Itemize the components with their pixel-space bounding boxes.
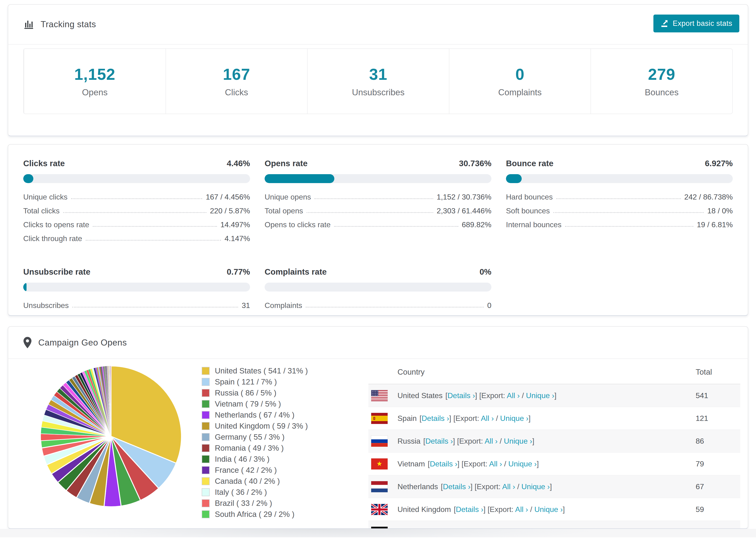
details-link[interactable]: Details › [422,414,449,422]
details-link[interactable]: Details › [430,459,458,468]
rate-row: Total opens 2,303 / 61.446% [265,207,491,215]
legend-label: Russia ( 86 / 5% ) [215,389,276,398]
rates-card: Clicks rate 4.46% Unique clicks 167 / 4.… [8,144,748,316]
country-flag-icon [371,390,388,401]
country-total: 59 [696,505,740,514]
table-row: Russia [Details ›] [Export: All › / Uniq… [368,430,740,453]
export-all-link[interactable]: All › [489,459,502,468]
rate-row: Unsubscribes 31 [23,301,250,309]
progress-bar [23,283,250,292]
progress-bar-fill [506,174,522,183]
bounce-rate-panel: Bounce rate 6.927% Hard bounces 242 / 86… [506,159,733,248]
stat-label: Bounces [645,87,678,97]
rate-row: Hard bounces 242 / 86.738% [506,193,733,201]
country-cell: Russia [Details ›] [Export: All › / Uniq… [368,436,696,447]
country-links: [Details ›] [Export: All › / Unique ›] [454,505,565,514]
legend-item: South Africa ( 29 / 2% ) [202,510,366,519]
dotted-leader [71,198,202,199]
stat-value: 31 [369,65,387,83]
export-all-link[interactable]: All › [485,437,498,445]
export-unique-link[interactable]: Unique › [521,482,550,491]
export-unique-link[interactable]: Unique › [508,459,537,468]
unsubscribe-rate-panel: Unsubscribe rate 0.77% Unsubscribes 31 [23,267,250,315]
dotted-leader [72,307,238,307]
progress-bar [265,174,491,183]
legend-label: United Kingdom ( 59 / 3% ) [215,422,308,430]
country-links: [Details ›] [Export: All › / Unique ›] [423,437,534,446]
rate-row: Unique opens 1,152 / 30.736% [265,193,491,201]
country-name: Netherlands [398,482,438,491]
opens-rate-panel: Opens rate 30.736% Unique opens 1,152 / … [265,159,491,248]
details-link[interactable]: Details › [456,505,483,513]
rate-row: Internal bounces 19 / 6.81% [506,221,733,229]
rate-row: Opens to clicks rate 689.82% [265,221,491,229]
clicks-rate-panel: Clicks rate 4.46% Unique clicks 167 / 4.… [23,159,250,248]
rate-value: 30.736% [459,159,491,168]
export-all-link[interactable]: All › [502,482,515,491]
progress-bar [23,174,250,183]
legend-label: Germany ( 55 / 3% ) [215,433,285,442]
bar-chart-icon [23,19,34,30]
dotted-leader [314,198,433,199]
rate-title: Complaints rate [265,267,327,277]
export-all-link[interactable]: All › [515,505,528,513]
legend-item: Canada ( 40 / 2% ) [202,477,366,486]
geo-opens-card: Campaign Geo Opens United States ( 541 /… [8,326,748,529]
country-cell: Netherlands [Details ›] [Export: All › /… [368,481,696,492]
export-basic-stats-button[interactable]: Export basic stats [653,15,739,32]
rate-title: Clicks rate [23,159,65,168]
rate-title: Opens rate [265,159,307,168]
stat-value: 0 [515,65,524,83]
stat-box: 0 Complaints [449,49,591,114]
country-flag-icon [371,527,388,529]
legend-swatch [202,367,210,375]
export-all-link[interactable]: All › [481,414,494,422]
legend-item: Netherlands ( 67 / 4% ) [202,410,366,419]
rate-row: Click through rate 4.147% [23,235,250,242]
page-bottom-strip [0,529,756,537]
export-unique-link[interactable]: Unique › [526,391,554,400]
stat-value: 1,152 [74,65,115,83]
stat-box: 31 Unsubscribes [307,49,449,114]
stat-value: 279 [648,65,675,83]
rate-value: 0% [479,267,491,277]
legend-label: France ( 42 / 2% ) [215,466,277,475]
country-total: 121 [696,414,740,423]
country-flag-icon [371,504,388,515]
rate-value: 6.927% [705,159,733,168]
country-total: 79 [696,459,740,468]
country-flag-icon [371,458,388,469]
export-unique-link[interactable]: Unique › [504,437,532,445]
geo-pie-container [23,360,202,529]
legend-label: United States ( 541 / 31% ) [215,366,308,375]
tracking-stats-header: Tracking stats Export basic stats [8,5,748,45]
legend-item: United States ( 541 / 31% ) [202,366,366,375]
rates-grid: Clicks rate 4.46% Unique clicks 167 / 4.… [8,144,748,315]
details-link[interactable]: Details › [443,482,470,491]
stat-box: 1,152 Opens [24,49,166,114]
legend-swatch [202,400,210,408]
legend-item: United Kingdom ( 59 / 3% ) [202,422,366,430]
legend-swatch [202,488,210,496]
dotted-leader [334,226,458,227]
details-link[interactable]: Details › [448,391,475,400]
export-unique-link[interactable]: Unique › [534,505,563,513]
legend-item: Vietnam ( 79 / 5% ) [202,400,366,408]
dotted-leader [565,226,693,227]
stat-value: 167 [223,65,250,83]
legend-label: South Africa ( 29 / 2% ) [215,510,295,519]
geo-pie-legend: United States ( 541 / 31% ) Spain ( 121 … [202,360,366,529]
rate-row: Soft bounces 18 / 0% [506,207,733,215]
legend-item: Russia ( 86 / 5% ) [202,389,366,398]
dotted-leader [86,240,221,241]
geo-opens-header: Campaign Geo Opens [8,327,748,359]
details-link[interactable]: Details › [425,437,453,445]
legend-swatch [202,455,210,463]
legend-label: India ( 46 / 3% ) [215,455,270,463]
country-column-header: Country [398,368,696,377]
rate-row: Unique clicks 167 / 4.456% [23,193,250,201]
export-unique-link[interactable]: Unique › [500,414,528,422]
export-all-link[interactable]: All › [507,391,520,400]
geo-pie-chart [38,364,184,509]
geo-opens-title: Campaign Geo Opens [38,338,127,348]
